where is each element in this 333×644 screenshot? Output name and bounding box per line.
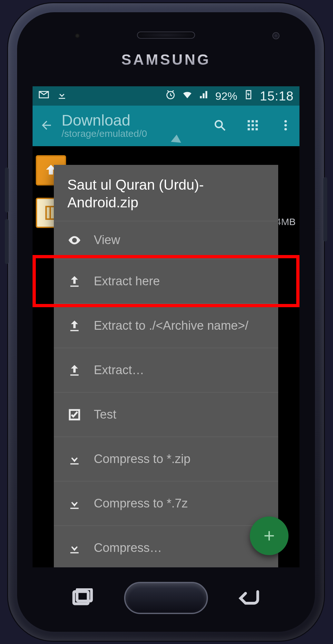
page-title: Download: [62, 113, 205, 128]
app-bar: Download /storage/emulated/0: [33, 106, 299, 146]
download-icon: [67, 452, 82, 466]
eye-icon: [67, 233, 82, 247]
download-icon: [67, 541, 82, 555]
file-size: 4MB: [276, 216, 296, 227]
front-camera: [272, 32, 279, 39]
upload-icon: [67, 274, 82, 289]
overflow-menu-button[interactable]: [279, 118, 292, 133]
svg-point-11: [284, 120, 287, 123]
svg-rect-5: [248, 124, 250, 127]
menu-item-compress[interactable]: Compress…: [54, 526, 278, 567]
menu-item-compress-zip[interactable]: Compress to *.zip: [54, 437, 278, 481]
svg-rect-8: [248, 128, 250, 130]
power-button[interactable]: [323, 177, 327, 242]
hardware-back-button[interactable]: [238, 588, 260, 606]
menu-label: View: [94, 233, 120, 247]
svg-rect-3: [252, 120, 254, 122]
checkbox-icon: [67, 408, 82, 422]
volume-up-button[interactable]: [5, 167, 9, 213]
menu-item-extract-to[interactable]: Extract to ./<Archive name>/: [54, 303, 278, 348]
menu-item-extract-here[interactable]: Extract here: [54, 259, 278, 303]
grid-view-button[interactable]: [246, 118, 260, 133]
volume-down-button[interactable]: [5, 219, 9, 264]
svg-rect-2: [248, 120, 250, 122]
menu-label: Test: [94, 408, 116, 421]
modal-scrim[interactable]: 4MB Saut ul Quran (Urdu)-Android.zip Vie…: [33, 146, 299, 567]
search-button[interactable]: [213, 118, 227, 133]
svg-point-13: [284, 128, 287, 130]
menu-label: Compress to *.zip: [94, 452, 191, 466]
menu-label: Extract to ./<Archive name>/: [94, 319, 248, 333]
svg-rect-4: [256, 120, 258, 122]
sort-indicator-icon: [171, 134, 182, 143]
wifi-icon: [182, 89, 193, 103]
title-block: Download /storage/emulated/0: [62, 113, 205, 139]
home-button[interactable]: [124, 582, 208, 614]
add-fab[interactable]: [250, 516, 289, 555]
battery-percent: 92%: [215, 90, 237, 102]
back-button[interactable]: [40, 118, 53, 133]
menu-label: Extract…: [94, 363, 144, 377]
menu-label: Compress…: [94, 541, 162, 555]
recent-apps-button[interactable]: [72, 588, 94, 606]
menu-item-extract[interactable]: Extract…: [54, 348, 278, 392]
menu-item-view[interactable]: View: [54, 221, 278, 259]
svg-point-12: [284, 124, 287, 127]
menu-label: Compress to *.7z: [94, 497, 188, 510]
proximity-sensor: [75, 33, 80, 38]
device-brand: SAMSUNG: [17, 51, 315, 68]
battery-charging-icon: [243, 89, 254, 103]
svg-rect-9: [252, 128, 254, 130]
context-menu-dialog: Saut ul Quran (Urdu)-Android.zip View Ex…: [54, 165, 278, 567]
download-icon: [56, 89, 67, 103]
page-subtitle: /storage/emulated/0: [62, 128, 205, 139]
mail-icon: [38, 89, 49, 103]
earpiece-speaker: [137, 32, 195, 39]
menu-item-test[interactable]: Test: [54, 392, 278, 437]
screen: 92% 15:18 Download /storage/emulated/0: [33, 86, 299, 567]
download-icon: [67, 497, 82, 511]
svg-point-1: [215, 121, 222, 128]
status-bar: 92% 15:18: [33, 86, 299, 106]
menu-label: Extract here: [94, 274, 160, 288]
clock: 15:18: [260, 89, 294, 103]
upload-icon: [67, 319, 82, 333]
menu-item-compress-7z[interactable]: Compress to *.7z: [54, 481, 278, 526]
dialog-title: Saut ul Quran (Urdu)-Android.zip: [54, 165, 278, 221]
alarm-icon: [165, 89, 176, 103]
svg-rect-10: [256, 128, 258, 130]
phone-inner: SAMSUNG: [17, 12, 315, 632]
phone-frame: SAMSUNG: [8, 3, 324, 641]
svg-rect-6: [252, 124, 254, 127]
upload-icon: [67, 363, 82, 377]
signal-icon: [199, 89, 210, 103]
svg-rect-7: [256, 124, 258, 127]
